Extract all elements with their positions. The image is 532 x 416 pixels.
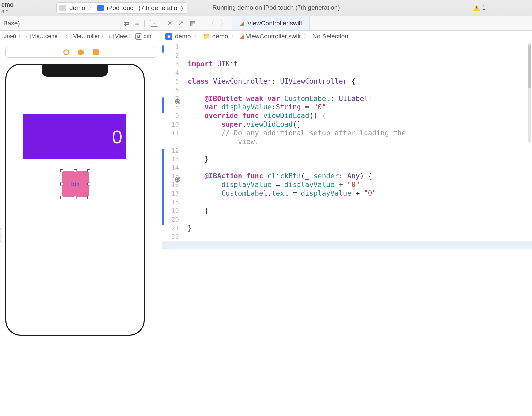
document-outline-toggle[interactable]: ▸	[0, 228, 2, 242]
label-text: 0	[112, 126, 122, 148]
project-title-stub: emo ain	[0, 0, 17, 16]
tab-label: ViewController.swift	[247, 20, 302, 27]
simulator-icon	[97, 5, 104, 11]
custom-label[interactable]: 0	[23, 114, 126, 159]
scheme-device-label: iPod touch (7th generation)	[107, 4, 183, 12]
resize-handle[interactable]	[74, 169, 77, 172]
adjust-editor-icon[interactable]: ≡	[135, 19, 139, 27]
resize-handle[interactable]	[87, 169, 90, 172]
exit-icon[interactable]	[93, 49, 99, 55]
warning-count: 1	[482, 4, 486, 11]
nav-forward-icon[interactable]: 〉	[220, 19, 227, 28]
app-icon	[59, 5, 66, 11]
scene-dock[interactable]	[5, 47, 156, 58]
resize-handle[interactable]	[60, 169, 63, 172]
code-text[interactable]: import UIKitclass ViewController: UIView…	[188, 42, 532, 249]
editor-tabs-area: ✕ ⤢ ▦ 〈 〉 ◢ ViewController.swift	[162, 16, 532, 30]
project-icon: ▣	[165, 33, 172, 40]
change-bar	[162, 97, 164, 113]
main-toolbar: emo ain demo 〉 iPod touch (7th generatio…	[0, 0, 532, 16]
storyboard-icon: ▭	[25, 34, 31, 39]
code-jump-bar[interactable]: ▣ demo 〉 📁 demo 〉 ◢ ViewController.swift…	[162, 31, 532, 42]
view-icon: ▢	[108, 34, 114, 39]
activity-status: Running demo on iPod touch (7th generati…	[212, 4, 340, 11]
divider	[202, 20, 202, 27]
tab-viewcontroller[interactable]: ◢ ViewController.swift	[232, 16, 310, 30]
swift-file-icon: ◢	[239, 20, 244, 27]
nav-back-icon[interactable]: 〈	[208, 19, 214, 28]
button-icon: B	[135, 33, 142, 40]
resize-handle[interactable]	[60, 196, 63, 199]
scheme-selector[interactable]: demo 〉 iPod touch (7th generation)	[56, 2, 187, 14]
change-bar	[162, 45, 164, 53]
resize-handle[interactable]	[87, 183, 90, 186]
device-notch	[42, 65, 108, 77]
vertical-scrollbar[interactable]	[528, 43, 531, 143]
counterparts-icon[interactable]: ⇄	[124, 19, 130, 27]
interface-builder-canvas[interactable]: 0 btn ▸	[0, 42, 162, 416]
change-bar	[162, 149, 164, 225]
minimap-grid-icon[interactable]: ▦	[190, 19, 196, 27]
chevron-right-icon: 〉	[89, 4, 94, 11]
close-tab-icon[interactable]: ✕	[167, 19, 172, 27]
first-responder-icon[interactable]	[78, 49, 84, 55]
split-view: 0 btn ▸ 123456789101112131415161	[0, 42, 532, 416]
jump-bar-row: ..ase) 〉 ▭Vie…cene 〉 ○Vie…roller 〉 ▢View…	[0, 31, 532, 42]
swift-file-icon: ◢	[239, 33, 244, 40]
source-editor[interactable]: 1234567891011121314151617181920212223 im…	[162, 42, 532, 416]
outlet-connection-icon[interactable]	[175, 99, 180, 104]
resize-handle[interactable]	[87, 196, 90, 199]
ib-jump-bar[interactable]: ..ase) 〉 ▭Vie…cene 〉 ○Vie…roller 〉 ▢View…	[0, 31, 162, 42]
warning-triangle-icon	[473, 5, 480, 11]
button-title: btn	[71, 181, 80, 187]
resize-handle[interactable]	[60, 183, 63, 186]
folder-icon: 📁	[203, 33, 211, 40]
editor-tabbar: Base) ⇄ ≡ ＋ ✕ ⤢ ▦ 〈 〉 ◢ ViewController.s…	[0, 16, 532, 31]
project-name-partial: emo	[1, 1, 17, 8]
scroll-thumb[interactable]	[528, 45, 531, 88]
scene-circle-icon[interactable]	[63, 49, 69, 55]
divider	[144, 20, 145, 27]
action-connection-icon[interactable]	[175, 177, 180, 182]
assistant-label: Base)	[3, 20, 20, 27]
line-number-gutter: 1234567891011121314151617181920212223	[162, 42, 182, 416]
scheme-project-label: demo	[69, 4, 85, 12]
issues-indicator[interactable]: 1	[473, 4, 486, 11]
assistant-editor-header: Base) ⇄ ≡ ＋	[0, 16, 162, 30]
btn-button-selected[interactable]: btn	[62, 171, 89, 197]
branch-partial: ain	[1, 8, 17, 14]
expand-icon[interactable]: ⤢	[178, 19, 184, 27]
resize-handle[interactable]	[74, 196, 77, 199]
add-editor-icon[interactable]: ＋	[150, 20, 158, 27]
viewcontroller-icon: ○	[66, 34, 72, 39]
device-preview[interactable]: 0 btn	[5, 64, 145, 336]
